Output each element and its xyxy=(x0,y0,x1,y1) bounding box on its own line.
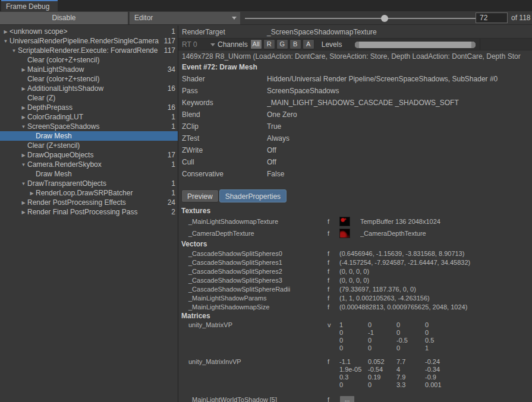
tab-frame-debug-label: Frame Debug xyxy=(6,2,49,11)
channel-b-button[interactable]: B xyxy=(289,39,301,49)
chevron-right-icon[interactable]: ▶ xyxy=(20,153,27,158)
tree-row[interactable]: ▼UniversalRenderPipeline.RenderSingleCam… xyxy=(0,36,178,46)
event-title: Event #72: Draw Mesh xyxy=(178,62,532,73)
levels-max-handle[interactable] xyxy=(471,42,476,48)
depth-texture-thumbnail[interactable] xyxy=(339,229,350,238)
rt-channels-bar: RT 0 Channels All R G B A Levels xyxy=(178,38,532,50)
tree-row[interactable]: Draw Mesh xyxy=(0,169,178,179)
view-tabs: Preview ShaderProperties xyxy=(178,189,532,202)
chevron-down-icon[interactable]: ▼ xyxy=(20,181,27,186)
rt-index-dropdown[interactable]: RT 0 xyxy=(178,40,218,49)
vector-row: _CascadeShadowSplitSphereRadiif(79.33697… xyxy=(178,284,532,293)
tree-row[interactable]: ▶ColorGradingLUT1 xyxy=(0,112,178,122)
matrix-array-row: _MainLightWorldToShadow [5] f ... xyxy=(178,394,532,402)
property-row: ConservativeFalse xyxy=(178,168,532,180)
event-detail-panel: RenderTarget _ScreenSpaceShadowmapTextur… xyxy=(178,26,532,402)
property-row: ZWriteOff xyxy=(178,144,532,156)
tree-row[interactable]: Clear (Z+stencil) xyxy=(0,141,178,150)
tree-row[interactable]: ▶DepthPrepass16 xyxy=(0,103,178,112)
channel-g-button[interactable]: G xyxy=(276,39,288,49)
vector-row: _CascadeShadowSplitSpheres2f(0, 0, 0, 0) xyxy=(178,267,532,276)
chevron-right-icon[interactable]: ▶ xyxy=(20,200,27,205)
property-row: ZTestAlways xyxy=(178,132,532,144)
matrix-values: 1000 0-100 00-0.50.5 0001 xyxy=(339,321,454,352)
textures-section-header: Textures xyxy=(178,206,532,216)
chevron-right-icon[interactable]: ▶ xyxy=(20,67,27,72)
disable-button[interactable]: Disable xyxy=(0,12,128,24)
tree-row[interactable]: ▶AdditionalLightsShadow16 xyxy=(0,84,178,93)
property-row: Keywords_MAIN_LIGHT_SHADOWS_CASCADE _SHA… xyxy=(178,97,532,109)
chevron-down-icon[interactable]: ▼ xyxy=(2,39,10,44)
chevron-down-icon[interactable]: ▼ xyxy=(20,124,27,129)
texture-row: _MainLightShadowmapTexture f TempBuffer … xyxy=(178,216,532,227)
tree-row[interactable]: ▶<unknown scope>1 xyxy=(0,27,178,36)
target-dropdown-value: Editor xyxy=(134,14,153,22)
tree-row[interactable]: ▼Camera.RenderSkybox1 xyxy=(0,160,178,169)
channel-all-button[interactable]: All xyxy=(250,39,262,49)
matrix-row: unity_MatrixInvVP f -1.10.0527.7-0.24 1.… xyxy=(178,358,532,389)
vector-row: _CascadeShadowSplitSpheres1f(-4.157254, … xyxy=(178,258,532,267)
chevron-right-icon[interactable]: ▶ xyxy=(28,191,36,196)
chevron-right-icon[interactable]: ▶ xyxy=(20,86,27,91)
chevron-down-icon xyxy=(232,17,237,20)
matrix-values: -1.10.0527.7-0.24 1.9e-05-0.544-0.34 0.3… xyxy=(339,358,454,389)
frame-number-field[interactable]: 72 xyxy=(476,12,508,23)
chevron-right-icon[interactable]: ▶ xyxy=(20,115,27,120)
levels-min-handle[interactable] xyxy=(355,42,359,48)
window-tab-strip: Frame Debug xyxy=(0,0,532,11)
shadowmap-thumbnail[interactable] xyxy=(339,217,350,226)
tree-row[interactable]: ▼ScreenSpaceShadows1 xyxy=(0,122,178,131)
tree-row[interactable]: ▶Render PostProcessing Effects24 xyxy=(0,198,178,207)
tab-preview[interactable]: Preview xyxy=(181,189,219,202)
render-target-format: 1469x728 R8_UNorm (LoadAction: DontCare,… xyxy=(178,50,532,62)
chevron-down-icon[interactable]: ▼ xyxy=(20,162,27,167)
property-row: ShaderHidden/Universal Render Pipeline/S… xyxy=(178,73,532,85)
divider xyxy=(480,39,480,50)
channel-a-button[interactable]: A xyxy=(303,39,314,49)
chevron-right-icon[interactable]: ▶ xyxy=(2,29,10,34)
property-row: BlendOne Zero xyxy=(178,109,532,121)
property-row: PassScreenSpaceShadows xyxy=(178,85,532,97)
tree-row[interactable]: ▼ScriptableRenderer.Execute: ForwardRend… xyxy=(0,46,178,55)
vectors-section-header: Vectors xyxy=(178,239,532,249)
vector-row: _MainLightShadowmapSizef(0.0004882813, 0… xyxy=(178,302,532,311)
levels-label: Levels xyxy=(322,40,342,49)
property-row: ZClipTrue xyxy=(178,121,532,132)
tree-row[interactable]: ▼DrawTransparentObjects1 xyxy=(0,179,178,188)
frame-debugger-window: Frame Debug Disable Editor 72 of 118 ▶<u… xyxy=(0,0,532,402)
tree-row[interactable]: ▶DrawOpaqueObjects17 xyxy=(0,150,178,160)
frame-slider-handle[interactable] xyxy=(381,15,388,22)
vector-row: _CascadeShadowSplitSpheres0f(0.6456946, … xyxy=(178,249,532,258)
tree-row[interactable]: Clear (Z) xyxy=(0,93,178,103)
vector-row: _MainLightShadowParamsf(1, 1, 0.00210526… xyxy=(178,293,532,302)
matrix-row: unity_MatrixVP v 1000 0-100 00-0.50.5 00… xyxy=(178,321,532,352)
tree-row-selected[interactable]: Draw Mesh xyxy=(0,131,178,141)
channels-label: Channels xyxy=(218,40,248,49)
chevron-down-icon[interactable]: ▼ xyxy=(10,48,18,53)
expand-matrix-array-button[interactable]: ... xyxy=(339,395,355,402)
levels-range-slider[interactable] xyxy=(355,42,476,48)
vector-row: _CascadeShadowSplitSpheres3f(0, 0, 0, 0) xyxy=(178,276,532,284)
tree-row[interactable]: ▶Render Final PostProcessing Pass2 xyxy=(0,207,178,217)
render-target-value: _ScreenSpaceShadowmapTexture xyxy=(267,28,377,36)
toolbar: Disable Editor 72 of 118 xyxy=(0,11,532,25)
tree-row[interactable]: ▶RenderLoop.DrawSRPBatcher1 xyxy=(0,188,178,198)
chevron-right-icon[interactable]: ▶ xyxy=(20,210,27,215)
tree-row[interactable]: Clear (color+Z+stencil) xyxy=(0,74,178,84)
frame-slider[interactable] xyxy=(245,18,476,19)
render-target-label: RenderTarget xyxy=(178,28,267,36)
tree-row[interactable]: Clear (color+Z+stencil) xyxy=(0,55,178,65)
frame-total-label: of 118 xyxy=(511,14,530,22)
tree-row[interactable]: ▶MainLightShadow34 xyxy=(0,65,178,74)
target-dropdown[interactable]: Editor xyxy=(130,12,240,24)
tab-shader-properties[interactable]: ShaderProperties xyxy=(219,189,287,202)
event-tree: ▶<unknown scope>1 ▼UniversalRenderPipeli… xyxy=(0,26,178,402)
property-row: CullOff xyxy=(178,156,532,168)
chevron-right-icon[interactable]: ▶ xyxy=(20,105,27,110)
chevron-down-icon xyxy=(210,43,215,46)
channel-r-button[interactable]: R xyxy=(263,39,275,49)
render-target-row: RenderTarget _ScreenSpaceShadowmapTextur… xyxy=(178,26,532,38)
texture-row: _CameraDepthTexture f _CameraDepthTextur… xyxy=(178,227,532,239)
tab-frame-debug[interactable]: Frame Debug xyxy=(1,0,58,11)
matrices-section-header: Matrices xyxy=(178,311,532,321)
